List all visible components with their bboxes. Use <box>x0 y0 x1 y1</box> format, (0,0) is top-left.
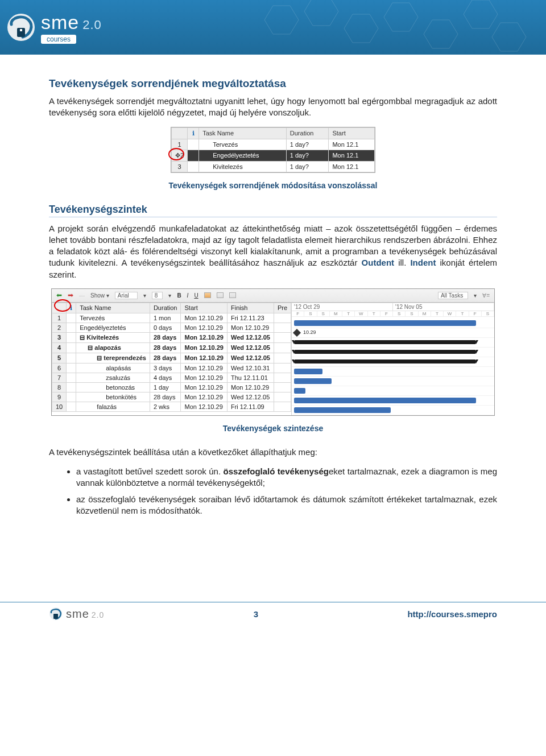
task-name-cell[interactable]: Tervezés <box>199 139 287 150</box>
finish-cell[interactable]: Wed 12.12.05 <box>227 353 274 363</box>
pre-cell[interactable] <box>274 332 291 342</box>
finish-cell[interactable]: Fri 12.11.23 <box>227 313 274 323</box>
start-cell[interactable]: Mon 12.10.29 <box>181 392 227 402</box>
toolbar-extra-icon[interactable]: ∀= <box>482 292 490 299</box>
finish-cell[interactable]: Wed 12.12.05 <box>227 392 274 402</box>
task-name-cell[interactable]: ⊟ tereprendezés <box>76 353 150 363</box>
duration-cell[interactable]: 1 day? <box>286 150 329 161</box>
italic-button[interactable]: I <box>187 292 189 299</box>
table-row[interactable]: 3⊟ Kivitelezés28 daysMon 12.10.29Wed 12.… <box>52 332 291 342</box>
task-name-cell[interactable]: betonozás <box>76 382 150 392</box>
filter-caret-icon[interactable]: ▾ <box>474 292 477 299</box>
table-row[interactable]: 6alapásás3 daysMon 12.10.29Wed 12.10.31 <box>52 363 291 373</box>
table-row[interactable]: ✥2Engedélyeztetés1 day?Mon 12.1 <box>172 150 375 161</box>
duration-cell[interactable]: 0 days <box>150 323 181 332</box>
finish-cell[interactable]: Thu 12.11.01 <box>227 373 274 382</box>
pre-cell[interactable] <box>274 392 291 402</box>
start-cell[interactable]: Mon 12.1 <box>329 139 375 150</box>
task-name-cell[interactable]: Engedélyeztetés <box>76 323 150 332</box>
task-name-cell[interactable]: betonkötés <box>76 392 150 402</box>
start-cell[interactable]: Mon 12.10.29 <box>181 323 227 332</box>
finish-cell[interactable]: Wed 12.10.31 <box>227 363 274 373</box>
task-bar[interactable] <box>294 369 322 374</box>
pre-cell[interactable] <box>274 313 291 323</box>
indent-icon[interactable]: ➡ <box>68 291 73 299</box>
row-number[interactable]: 7 <box>52 373 67 382</box>
pre-cell[interactable] <box>274 402 291 411</box>
finish-cell[interactable]: Fri 12.11.09 <box>227 402 274 411</box>
task-name-cell[interactable]: alapásás <box>76 363 150 373</box>
summary-bar[interactable] <box>294 340 476 344</box>
task-bar[interactable] <box>294 407 391 413</box>
outdent-icon[interactable]: ⬅ <box>56 291 62 299</box>
underline-button[interactable]: U <box>194 292 198 299</box>
show-dropdown[interactable]: Show ▾ <box>90 292 109 299</box>
duration-cell[interactable]: 3 days <box>150 363 181 373</box>
start-cell[interactable]: Mon 12.1 <box>329 161 375 172</box>
pre-cell[interactable] <box>274 353 291 363</box>
table-row[interactable]: 1Tervezés1 day?Mon 12.1 <box>172 139 375 150</box>
finish-cell[interactable]: Mon 12.10.29 <box>227 323 274 332</box>
duration-cell[interactable]: 28 days <box>150 353 181 363</box>
duration-cell[interactable]: 1 day? <box>286 139 329 150</box>
size-caret-icon[interactable]: ▾ <box>168 292 171 299</box>
bold-button[interactable]: B <box>177 292 181 299</box>
table-row[interactable]: 5⊟ tereprendezés28 daysMon 12.10.29Wed 1… <box>52 353 291 363</box>
start-cell[interactable]: Mon 12.10.29 <box>181 353 227 363</box>
start-cell[interactable]: Mon 12.1 <box>329 150 375 161</box>
row-number[interactable]: 4 <box>52 342 67 353</box>
size-dropdown[interactable]: 8 <box>152 292 163 299</box>
align-center-button[interactable] <box>217 292 224 298</box>
milestone-marker[interactable] <box>293 329 301 337</box>
task-bar[interactable] <box>294 378 332 384</box>
duration-cell[interactable]: 2 wks <box>150 402 181 411</box>
pre-cell[interactable] <box>274 382 291 392</box>
pre-cell[interactable] <box>274 363 291 373</box>
row-number[interactable]: 5 <box>52 353 67 363</box>
row-number[interactable]: 10 <box>52 402 67 411</box>
font-dropdown[interactable]: Arial <box>115 292 138 299</box>
row-number[interactable]: 1 <box>52 313 67 323</box>
start-cell[interactable]: Mon 12.10.29 <box>181 382 227 392</box>
task-bar[interactable] <box>294 388 305 394</box>
summary-bar[interactable] <box>294 360 476 363</box>
row-number[interactable]: 3 <box>172 161 188 172</box>
task-name-cell[interactable]: zsaluzás <box>76 373 150 382</box>
row-number[interactable]: 3 <box>52 332 67 342</box>
table-row[interactable]: 9betonkötés28 daysMon 12.10.29Wed 12.12.… <box>52 392 291 402</box>
task-bar[interactable] <box>294 320 476 326</box>
table-row[interactable]: 3Kivitelezés1 day?Mon 12.1 <box>172 161 375 172</box>
duration-cell[interactable]: 28 days <box>150 392 181 402</box>
task-name-cell[interactable]: falazás <box>76 402 150 411</box>
duration-cell[interactable]: 28 days <box>150 342 181 353</box>
table-row[interactable]: 7zsaluzás4 daysMon 12.10.29Thu 12.11.01 <box>52 373 291 382</box>
filter-dropdown[interactable]: All Tasks <box>438 292 468 299</box>
pre-cell[interactable] <box>274 323 291 332</box>
summary-bar[interactable] <box>294 350 476 354</box>
duration-cell[interactable]: 4 days <box>150 373 181 382</box>
pre-cell[interactable] <box>274 342 291 353</box>
task-bar[interactable] <box>294 398 476 403</box>
start-cell[interactable]: Mon 12.10.29 <box>181 313 227 323</box>
align-left-button[interactable] <box>204 292 211 298</box>
row-number[interactable]: 9 <box>52 392 67 402</box>
start-cell[interactable]: Mon 12.10.29 <box>181 363 227 373</box>
finish-cell[interactable]: Wed 12.12.05 <box>227 332 274 342</box>
table-row[interactable]: 4⊟ alapozás28 daysMon 12.10.29Wed 12.12.… <box>52 342 291 353</box>
duration-cell[interactable]: 1 mon <box>150 313 181 323</box>
task-name-cell[interactable]: Tervezés <box>76 313 150 323</box>
start-cell[interactable]: Mon 12.10.29 <box>181 332 227 342</box>
table-row[interactable]: 2Engedélyeztetés0 daysMon 12.10.29Mon 12… <box>52 323 291 332</box>
duration-cell[interactable]: 1 day? <box>286 161 329 172</box>
duration-cell[interactable]: 28 days <box>150 332 181 342</box>
task-name-cell[interactable]: Kivitelezés <box>199 161 287 172</box>
row-number[interactable]: 2 <box>52 323 67 332</box>
align-right-button[interactable] <box>229 292 236 298</box>
task-name-cell[interactable]: ⊟ Kivitelezés <box>76 332 150 342</box>
table-row[interactable]: 1Tervezés1 monMon 12.10.29Fri 12.11.23 <box>52 313 291 323</box>
task-name-cell[interactable]: ⊟ alapozás <box>76 342 150 353</box>
table-row[interactable]: 10falazás2 wksMon 12.10.29Fri 12.11.09 <box>52 402 291 411</box>
row-number[interactable]: 8 <box>52 382 67 392</box>
table-row[interactable]: 8betonozás1 dayMon 12.10.29Mon 12.10.29 <box>52 382 291 392</box>
duration-cell[interactable]: 1 day <box>150 382 181 392</box>
